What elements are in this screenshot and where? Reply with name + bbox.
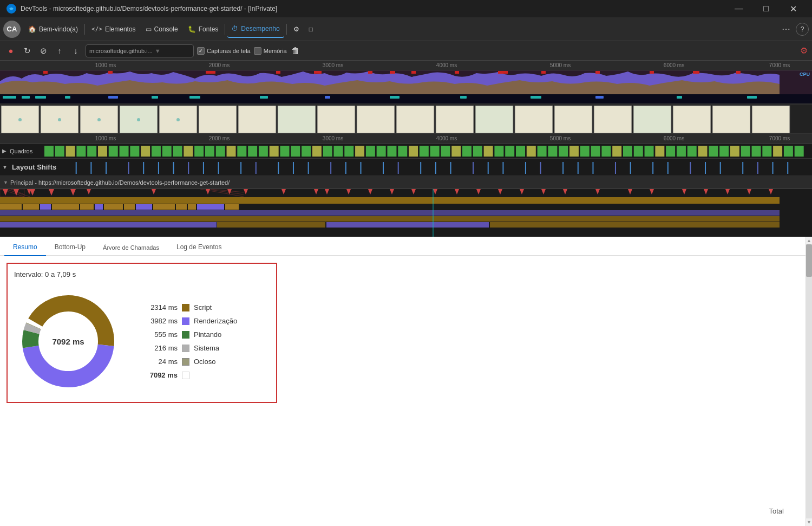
bottom-main: Resumo Bottom-Up Árvore de Chamadas Log … [0,237,806,526]
svg-rect-30 [595,96,604,99]
svg-rect-28 [460,96,467,99]
tab-log[interactable]: Log de Eventos [168,243,230,256]
svg-rect-31 [677,96,682,99]
svg-rect-155 [503,162,504,174]
record-button[interactable]: ● [4,44,17,57]
idle-value: 24 ms [140,358,178,366]
net-track: NET [0,94,812,104]
legend-row-system: 216 ms Sistema [140,344,237,352]
svg-rect-11 [498,71,508,74]
svg-rect-68 [141,146,150,157]
memory-checkbox[interactable] [254,47,261,55]
svg-rect-91 [387,146,396,157]
svg-rect-47 [515,106,553,133]
svg-rect-15 [693,71,699,74]
nav-settings-button[interactable]: ⚙ [289,21,304,38]
scroll-thumb[interactable] [806,244,812,277]
scroll-up-arrow[interactable]: ▲ [806,237,812,244]
svg-rect-114 [634,146,643,157]
svg-rect-136 [173,162,174,174]
avatar[interactable]: CA [3,21,21,38]
gear-button[interactable]: ⚙ [800,46,808,56]
svg-rect-169 [757,162,758,174]
svg-rect-75 [216,146,225,157]
svg-rect-24 [189,96,200,99]
svg-rect-204 [217,222,325,228]
principal-expand-icon[interactable]: ▼ [3,180,8,185]
download-button[interactable]: ↓ [69,44,82,57]
svg-rect-120 [698,146,708,157]
right-scrollbar[interactable]: ▲ ▼ [806,237,812,526]
ls-expand-icon[interactable]: ▼ [2,164,8,170]
svg-rect-71 [173,146,182,157]
svg-rect-186 [0,197,780,204]
clear-button[interactable]: ⊘ [37,44,50,57]
svg-rect-118 [677,146,686,157]
svg-rect-76 [227,146,236,157]
svg-rect-159 [578,162,579,174]
nav-help-button[interactable]: ? [796,23,809,36]
time-mark-7000: 7000 ms [769,62,790,68]
tabs-bar: Resumo Bottom-Up Árvore de Chamadas Log … [0,237,806,256]
nav-tab-elementos[interactable]: </> Elementos [87,21,140,38]
svg-rect-132 [106,162,107,174]
close-button[interactable]: ✕ [781,0,806,17]
tab-bottom-up[interactable]: Bottom-Up [46,243,94,256]
svg-rect-41 [278,106,316,133]
svg-rect-51 [673,106,711,133]
svg-rect-148 [383,162,384,174]
tab-arvore[interactable]: Árvore de Chamadas [94,244,168,256]
svg-rect-103 [516,146,525,157]
svg-rect-60 [55,146,64,157]
system-value: 216 ms [140,344,178,352]
svg-rect-106 [548,146,557,157]
flame-chart[interactable] [0,189,812,237]
svg-rect-189 [40,204,51,210]
donut-center-value: 7092 ms [52,337,84,346]
dock-icon: □ [309,25,313,33]
home-icon: 🏠 [28,25,36,33]
time-mark-5000: 5000 ms [550,62,571,68]
svg-rect-195 [136,204,152,210]
minimize-button[interactable]: — [726,0,751,17]
svg-rect-81 [280,146,290,157]
svg-rect-116 [655,146,664,157]
svg-rect-25 [260,96,268,99]
svg-rect-140 [240,162,241,174]
svg-rect-77 [237,146,246,157]
svg-rect-100 [484,146,493,157]
svg-rect-194 [124,204,135,210]
svg-rect-111 [601,146,611,157]
nav-dock-button[interactable]: □ [305,21,317,38]
svg-rect-149 [398,162,399,174]
nav-more-button[interactable]: ⋯ [777,21,795,38]
svg-rect-63 [87,146,96,157]
svg-rect-92 [398,146,407,157]
time-mark-6000: 6000 ms [664,62,684,68]
svg-rect-23 [152,96,158,99]
memory-checkbox-group: Memória [254,47,287,55]
svg-rect-147 [361,162,362,174]
nav-tab-console[interactable]: ▭ Console [141,21,182,38]
principal-header: ▼ Principal - https://microsoftedge.gith… [0,176,812,189]
reload-button[interactable]: ↻ [21,44,34,57]
svg-rect-4 [206,71,215,74]
svg-rect-137 [188,162,189,174]
frames-expand-icon[interactable]: ▶ [2,148,6,154]
svg-rect-49 [594,106,632,133]
trash-button[interactable]: 🗑 [290,45,301,57]
tab-resumo[interactable]: Resumo [4,243,46,256]
nav-tab-bem-vindo[interactable]: 🏠 Bem-vindo(a) [24,21,82,38]
svg-rect-117 [666,146,675,157]
svg-rect-5 [276,71,280,74]
scroll-track[interactable] [806,244,812,518]
svg-rect-156 [525,162,526,174]
nav-tab-fontes[interactable]: 🐛 Fontes [184,21,223,38]
upload-button[interactable]: ↑ [53,44,66,57]
maximize-button[interactable]: □ [754,0,778,17]
scroll-down-arrow[interactable]: ▼ [806,518,812,526]
cpu-label: CPU [800,72,810,77]
screenshots-checkbox[interactable] [197,47,205,55]
url-dropdown-icon[interactable]: ▼ [155,48,161,54]
nav-tab-desempenho[interactable]: ⏱ Desempenho [227,21,284,38]
